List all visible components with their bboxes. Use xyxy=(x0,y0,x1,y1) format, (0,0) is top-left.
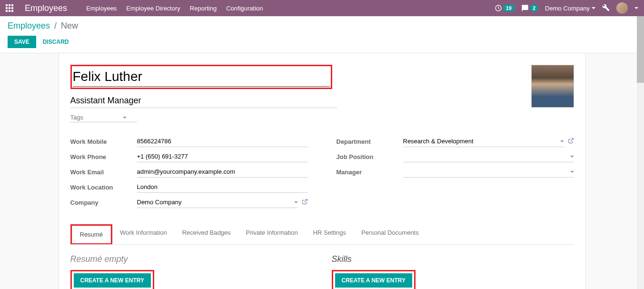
create-resume-entry-button[interactable]: CREATE A NEW ENTRY xyxy=(74,273,151,288)
skills-section-title: Skills xyxy=(332,254,574,264)
tab-work-information[interactable]: Work Information xyxy=(112,224,175,244)
activity-icon[interactable]: 19 xyxy=(495,4,515,12)
brand-title[interactable]: Employees xyxy=(25,3,67,13)
name-highlight xyxy=(70,65,332,89)
breadcrumb-separator: / xyxy=(54,21,57,30)
tab-personal-documents[interactable]: Personal Documents xyxy=(354,224,426,244)
form-sheet: Work Mobile Work Phone Work Email Work L… xyxy=(59,53,586,289)
manager-label: Manager xyxy=(337,169,403,176)
chevron-down-icon xyxy=(294,201,298,203)
create-skills-entry-button[interactable]: CREATE A NEW ENTRY xyxy=(335,273,412,288)
messages-badge: 2 xyxy=(530,5,538,11)
svg-line-2 xyxy=(570,139,573,141)
tags-input[interactable] xyxy=(70,114,123,121)
job-title-input[interactable] xyxy=(70,94,337,108)
nav-employees[interactable]: Employees xyxy=(86,5,117,12)
tags-field[interactable] xyxy=(70,113,137,122)
tab-hr-settings[interactable]: HR Settings xyxy=(306,224,354,244)
tab-received-badges[interactable]: Received Badges xyxy=(175,224,238,244)
company-select-input[interactable] xyxy=(137,199,292,206)
user-avatar[interactable] xyxy=(616,2,628,14)
svg-line-1 xyxy=(304,199,307,202)
chevron-down-icon xyxy=(560,140,564,142)
job-position-label: Job Position xyxy=(337,153,403,160)
breadcrumb-current: New xyxy=(61,21,78,30)
employee-photo[interactable] xyxy=(531,65,574,108)
discard-button[interactable]: DISCARD xyxy=(43,39,69,45)
messages-icon[interactable]: 2 xyxy=(521,4,538,12)
work-mobile-input[interactable] xyxy=(137,136,308,147)
work-location-label: Work Location xyxy=(70,184,137,191)
chevron-down-icon xyxy=(123,117,127,119)
company-switcher[interactable]: Demo Company xyxy=(545,5,595,12)
work-location-input[interactable] xyxy=(137,181,308,193)
company-label: Company xyxy=(70,199,137,206)
department-select[interactable] xyxy=(403,136,564,147)
work-phone-label: Work Phone xyxy=(70,153,137,160)
chevron-down-icon xyxy=(570,171,574,173)
external-link-icon[interactable] xyxy=(302,199,308,206)
user-menu-caret[interactable] xyxy=(634,7,638,9)
control-panel: Employees / New SAVE DISCARD xyxy=(0,16,644,53)
activity-badge: 19 xyxy=(503,5,515,11)
company-label: Demo Company xyxy=(545,5,590,12)
debug-icon[interactable] xyxy=(602,4,610,13)
nav-reporting[interactable]: Reporting xyxy=(190,5,217,12)
tab-resume[interactable]: Resumé xyxy=(72,226,111,243)
job-position-select[interactable] xyxy=(403,151,574,162)
nav-employee-directory[interactable]: Employee Directory xyxy=(126,5,180,12)
nav-configuration[interactable]: Configuration xyxy=(226,5,263,12)
apps-icon[interactable] xyxy=(6,4,13,12)
tab-private-information[interactable]: Private Information xyxy=(238,224,306,244)
work-email-label: Work Email xyxy=(70,169,137,176)
work-mobile-label: Work Mobile xyxy=(70,138,137,145)
manager-select-input[interactable] xyxy=(403,168,568,175)
department-label: Department xyxy=(337,138,403,145)
chevron-down-icon xyxy=(592,7,595,9)
company-select[interactable] xyxy=(137,197,298,208)
resume-section-title: Resumé empty xyxy=(70,254,313,264)
scrollbar[interactable] xyxy=(637,16,644,289)
job-position-select-input[interactable] xyxy=(403,153,568,160)
top-navbar: Employees Employees Employee Directory R… xyxy=(0,0,644,16)
save-button[interactable]: SAVE xyxy=(8,36,36,48)
employee-name-input[interactable] xyxy=(73,67,330,87)
department-select-input[interactable] xyxy=(403,138,558,145)
chevron-down-icon xyxy=(570,156,574,158)
external-link-icon[interactable] xyxy=(568,138,574,145)
breadcrumb: Employees / New xyxy=(8,21,636,31)
work-phone-input[interactable] xyxy=(137,151,308,162)
manager-select[interactable] xyxy=(403,166,574,178)
work-email-input[interactable] xyxy=(137,166,308,178)
tabs: Resumé Work Information Received Badges … xyxy=(70,224,574,245)
breadcrumb-root[interactable]: Employees xyxy=(8,21,50,30)
